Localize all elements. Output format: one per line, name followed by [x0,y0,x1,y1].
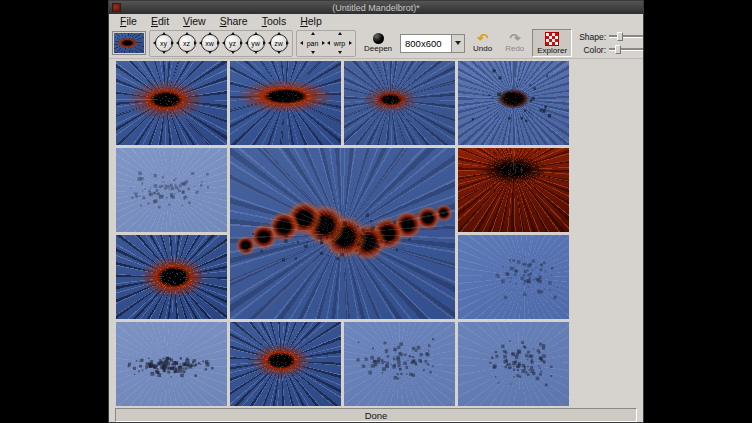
fractal-tile-r4c3[interactable] [344,322,455,406]
arrow-t-icon [231,32,235,35]
fractal-tile-r1c4[interactable] [458,61,569,145]
rotate-yz-control-label: yz [221,40,244,47]
arrow-b-icon [208,51,212,54]
color-slider-row: Color: 11.8 [577,45,644,55]
explorer-button[interactable]: Explorer [532,29,572,57]
arrow-b-icon [254,51,258,54]
warp-control-label: wrp [326,40,353,47]
undo-label: Undo [473,45,492,53]
size-select[interactable]: 800x600 [400,34,465,53]
fractal-preview-button[interactable] [112,31,146,55]
explorer-label: Explorer [537,47,567,55]
menu-tools[interactable]: Tools [255,15,294,27]
undo-button[interactable]: ↶ Undo [468,29,497,57]
deepen-label: Deepen [364,45,392,53]
fractal-tile-r4c1[interactable] [116,322,227,406]
color-slider-thumb[interactable] [615,45,621,54]
rotate-xz-control[interactable]: xz [175,31,198,55]
fractal-tile-r3c4[interactable] [458,235,569,319]
workspace [109,59,643,406]
size-select-arrow-button[interactable] [451,35,464,52]
chevron-down-icon [455,41,461,45]
shape-slider[interactable] [609,32,643,41]
rotate-zw-control-label: zw [267,40,290,47]
fractal-tile-r4c4[interactable] [458,322,569,406]
arrow-t-icon [277,32,281,35]
shape-slider-label: Shape: [577,32,606,42]
menu-help[interactable]: Help [293,15,329,27]
fractal-dust [230,148,231,149]
deepen-icon [373,33,384,44]
explorer-grid [116,61,569,406]
rotation-controls-group: xyxzxwyzywzw [149,30,293,57]
rotate-yz-control[interactable]: yz [221,31,244,55]
redo-icon: ↷ [509,33,520,44]
color-slider-label: Color: [577,45,606,55]
arrow-t-icon [338,32,342,35]
rotate-xw-control-label: xw [198,40,221,47]
fractal-dust [458,61,459,62]
shape-slider-thumb[interactable] [617,32,623,41]
pan-control-label: pan [299,40,326,47]
redo-label: Redo [505,45,524,53]
size-select-value: 800x600 [401,38,451,49]
arrow-b-icon [185,51,189,54]
arrow-b-icon [162,51,166,54]
rotate-xz-control-label: xz [175,40,198,47]
weirdness-sliders: Shape: 61.3 Color: 11.8 [577,32,644,55]
fractal-tile-center[interactable] [230,148,455,319]
fractal-tile-r4c2[interactable] [230,322,341,406]
arrow-t-icon [162,32,166,35]
explorer-icon [545,32,559,46]
deepen-button[interactable]: Deepen [359,29,397,57]
arrow-b-icon [338,51,342,54]
arrow-t-icon [254,32,258,35]
window-titlebar[interactable]: (Untitled Mandelbrot)* [109,1,643,14]
fractal-dust [116,322,117,323]
rotate-xy-control[interactable]: xy [152,31,175,55]
window-title: (Untitled Mandelbrot)* [332,3,420,13]
undo-icon: ↶ [477,33,488,44]
fractal-tile-r1c2[interactable] [230,61,341,145]
fractal-tile-r1c1[interactable] [116,61,227,145]
fractal-tile-r2c4[interactable] [458,148,569,232]
arrow-b-icon [277,51,281,54]
fractal-dust [344,322,345,323]
rotate-yw-control[interactable]: yw [244,31,267,55]
menu-view[interactable]: View [176,15,213,27]
shape-slider-row: Shape: 61.3 [577,32,644,42]
fractal-tile-r3c1[interactable] [116,235,227,319]
menu-edit[interactable]: Edit [144,15,176,27]
rotate-xy-control-label: xy [152,40,175,47]
status-text: Done [365,410,388,421]
arrow-t-icon [311,32,315,35]
color-slider[interactable] [609,45,643,54]
rotate-yw-control-label: yw [244,40,267,47]
arrow-t-icon [185,32,189,35]
app-window: (Untitled Mandelbrot)* FileEditViewShare… [108,0,644,423]
window-icon [112,3,121,12]
fractal-dust [458,235,459,236]
arrow-b-icon [231,51,235,54]
fractal-dust [116,148,117,149]
fractal-dust [458,322,459,323]
pan-control[interactable]: pan [299,31,326,55]
arrow-t-icon [208,32,212,35]
fractal-preview-thumbnail [114,33,144,53]
status-bar: Done [115,408,637,422]
fractal-tile-r1c3[interactable] [344,61,455,145]
toolbar: xyxzxwyzywzw panwrp Deepen 800x600 ↶ Und… [109,28,643,59]
warp-control[interactable]: wrp [326,31,353,55]
menu-share[interactable]: Share [213,15,255,27]
fractal-tile-r2c1[interactable] [116,148,227,232]
redo-button[interactable]: ↷ Redo [500,29,529,57]
pan-warp-group: panwrp [296,30,356,57]
menu-file[interactable]: File [113,15,144,27]
rotate-xw-control[interactable]: xw [198,31,221,55]
menu-bar: FileEditViewShareToolsHelp [109,14,643,28]
arrow-b-icon [311,51,315,54]
rotate-zw-control[interactable]: zw [267,31,290,55]
